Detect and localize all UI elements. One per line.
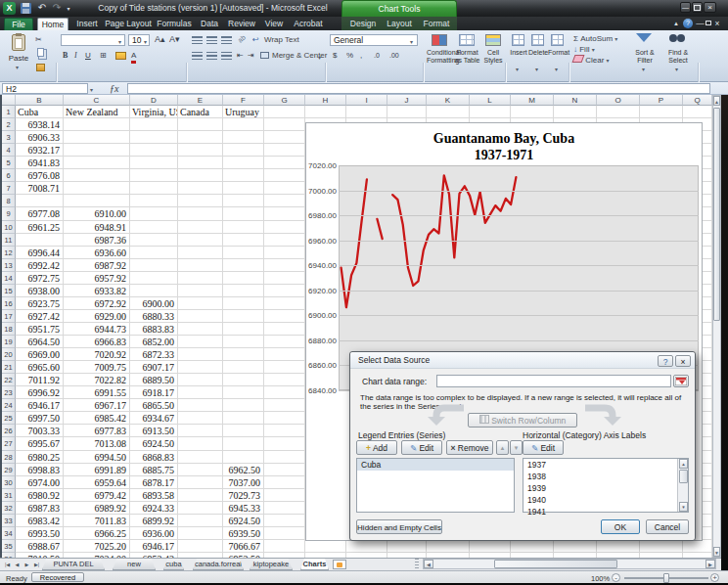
cell[interactable]: 6945.33 — [223, 502, 264, 515]
cell[interactable] — [130, 234, 178, 247]
cell[interactable] — [223, 131, 264, 144]
cell[interactable] — [264, 348, 305, 361]
cell[interactable]: 6991.55 — [64, 386, 130, 399]
cell[interactable]: 7029.73 — [223, 489, 264, 502]
category-scroll-up-icon[interactable]: ▲ — [679, 459, 688, 469]
cell[interactable] — [223, 336, 264, 348]
cell[interactable]: 6946.17 — [16, 399, 64, 412]
row-header-5[interactable]: 5 — [2, 157, 16, 169]
cell[interactable]: 7008.71 — [16, 182, 64, 195]
cell[interactable] — [178, 515, 223, 527]
align-center-icon[interactable] — [206, 52, 217, 60]
cell[interactable]: 6962.50 — [223, 464, 264, 476]
row-header-1[interactable]: 1 — [2, 106, 16, 118]
font-size-dropdown-icon[interactable]: ▾ — [144, 38, 147, 45]
cell[interactable] — [178, 374, 223, 386]
cell[interactable]: 6987.92 — [64, 259, 130, 272]
cell[interactable] — [683, 106, 712, 118]
cell[interactable] — [178, 540, 223, 553]
tab-formulas[interactable]: Formulas — [155, 18, 194, 30]
cell[interactable] — [178, 221, 223, 234]
cell[interactable] — [223, 374, 264, 386]
wrap-text-icon[interactable]: ↩ — [252, 34, 259, 45]
cell[interactable] — [178, 527, 223, 540]
cell[interactable] — [387, 106, 427, 118]
cell[interactable]: 7011.92 — [16, 374, 64, 386]
ok-button[interactable]: OK — [601, 519, 640, 534]
scroll-up-icon[interactable]: ▲ — [713, 96, 720, 106]
cell[interactable]: 6952.42 — [130, 553, 178, 558]
cell[interactable]: 6939.50 — [223, 527, 264, 540]
bold-button[interactable]: B — [63, 50, 68, 61]
tab-review[interactable]: Review — [225, 18, 258, 30]
insert-cells-button[interactable]: Insert ▾ — [509, 33, 528, 76]
cell[interactable]: 6988.67 — [16, 540, 64, 553]
cell[interactable]: 6977.08 — [16, 207, 64, 220]
row-header-2[interactable]: 2 — [2, 118, 16, 131]
cell[interactable] — [178, 157, 223, 169]
row-header-25[interactable]: 25 — [2, 412, 16, 425]
row-header-17[interactable]: 17 — [2, 310, 16, 323]
zoom-in-icon[interactable]: + — [710, 573, 719, 582]
cell[interactable] — [264, 195, 305, 207]
close-button[interactable]: × — [704, 2, 716, 13]
cell[interactable] — [130, 182, 178, 195]
cell[interactable] — [223, 451, 264, 464]
cell[interactable] — [178, 169, 223, 182]
next-sheet-icon[interactable]: ▶ — [23, 560, 31, 569]
cell[interactable] — [427, 106, 470, 118]
cell[interactable]: 6961.25 — [16, 221, 64, 234]
cell[interactable] — [223, 386, 264, 399]
category-scroll-down-icon[interactable]: ▼ — [679, 502, 688, 512]
legend-entry-cuba[interactable]: Cuba — [357, 459, 514, 471]
cell[interactable] — [223, 118, 264, 131]
cell[interactable] — [223, 425, 264, 437]
scroll-left-icon[interactable]: ◀ — [424, 560, 433, 568]
cell[interactable] — [264, 131, 305, 144]
font-name-input[interactable] — [61, 34, 125, 46]
clear-button[interactable]: Clear ▾ — [573, 55, 610, 67]
align-left-icon[interactable] — [192, 52, 203, 60]
cell[interactable] — [16, 195, 64, 207]
tab-view[interactable]: View — [261, 18, 287, 30]
cell[interactable] — [264, 464, 305, 476]
cell[interactable]: 6992.42 — [16, 259, 64, 272]
cell[interactable] — [223, 259, 264, 272]
cell[interactable] — [640, 106, 683, 118]
cell[interactable] — [64, 169, 130, 182]
cell[interactable]: 7003.33 — [16, 425, 64, 437]
cell[interactable] — [346, 553, 387, 558]
cell[interactable] — [264, 527, 305, 540]
align-top-icon[interactable] — [192, 36, 203, 44]
delete-cells-button[interactable]: Delete ▾ — [528, 33, 548, 76]
series-line-cuba[interactable] — [341, 175, 517, 307]
cell[interactable]: 7066.67 — [223, 540, 264, 553]
legend-entries-list[interactable]: Cuba — [356, 458, 515, 513]
cell[interactable] — [130, 131, 178, 144]
cell[interactable] — [130, 195, 178, 207]
zoom-out-icon[interactable]: - — [612, 573, 620, 582]
cell[interactable] — [178, 144, 223, 157]
cell[interactable] — [264, 437, 305, 450]
vertical-scrollbar[interactable]: ▲ ▼ — [712, 95, 721, 558]
cell[interactable]: 6987.83 — [16, 502, 64, 515]
dialog-help-icon[interactable]: ? — [658, 355, 673, 367]
recovered-button[interactable]: Recovered — [31, 572, 84, 582]
category-list-scrollbar[interactable]: ▲ ▼ — [677, 459, 688, 512]
category-label-item[interactable]: 1939 — [523, 482, 688, 494]
row-header-16[interactable]: 16 — [2, 297, 16, 310]
cell[interactable] — [511, 106, 554, 118]
cell[interactable] — [178, 131, 223, 144]
maximize-button[interactable] — [692, 2, 703, 13]
cell[interactable] — [346, 106, 387, 118]
decrease-indent-icon[interactable]: ⇤ — [237, 50, 244, 61]
contextual-tab-design[interactable]: Design — [346, 18, 380, 30]
cell[interactable] — [264, 310, 305, 323]
sheet-tab-new-zealand[interactable]: new zealand — [113, 559, 156, 570]
tab-file[interactable]: File — [4, 18, 33, 30]
column-header-E[interactable]: E — [178, 95, 223, 106]
cell[interactable] — [223, 182, 264, 195]
last-sheet-icon[interactable]: ▶| — [32, 560, 41, 569]
category-labels-list[interactable]: 19371938193919401941 ▲ ▼ — [523, 458, 689, 513]
cell[interactable]: 6966.25 — [64, 527, 130, 540]
